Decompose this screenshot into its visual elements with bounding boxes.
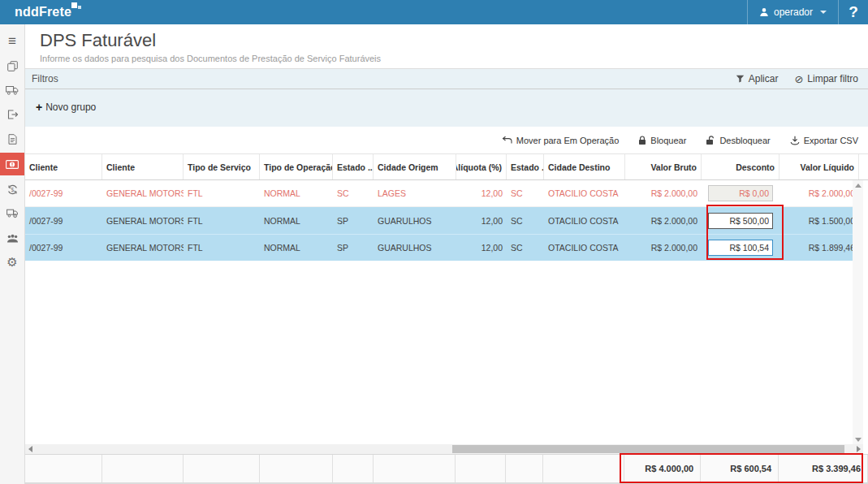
scroll-left-icon[interactable] [25,444,35,454]
clear-filter-button[interactable]: Limpar filtro [794,73,858,85]
cell-estado-destino: SC [507,180,544,206]
cell-cliente: GENERAL MOTORS ... [102,180,184,206]
unblock-button[interactable]: Desbloquear [706,136,770,145]
sidebar-item-users[interactable] [0,226,24,250]
desconto-input-readonly[interactable] [708,185,773,201]
filters-title: Filtros [32,73,58,84]
cell-tipo-operacao: NORMAL [260,180,333,206]
cell-valor-bruto: R$ 2.000,00 [625,235,702,261]
sidebar-item-exit[interactable] [0,102,24,127]
cell-cliente: GENERAL MOTORS ... [102,235,184,261]
total-valor-bruto: R$ 4.000,00 [624,455,701,482]
footer-cell [456,455,506,482]
footer-cell [333,455,374,482]
column-header-estado-origem[interactable]: Estado ... [333,154,374,179]
sidebar-item-menu[interactable] [0,29,24,54]
column-header-aliquota[interactable]: Alíquota (%) [456,154,507,179]
footer-cell [184,455,260,482]
cell-aliquota: 12,00 [456,180,507,206]
nav-sidebar: $ [0,24,25,484]
cell-estado-origem: SP [333,207,374,234]
apply-filter-button[interactable]: Aplicar [736,73,779,85]
sidebar-item-transport[interactable] [0,78,24,102]
table-row[interactable]: /0027-99 GENERAL MOTORS ... FTL NORMAL S… [25,180,859,207]
unlock-icon [706,136,715,145]
footer-cell [25,455,102,482]
horizontal-scrollbar-thumb[interactable] [452,445,844,453]
help-button[interactable]: ? [839,0,868,24]
cell-estado-destino: SC [507,207,544,234]
grid-totals-row: R$ 4.000,00 R$ 600,54 R$ 3.399,46 [25,454,868,482]
page-title: DPS Faturável [40,30,868,51]
total-desconto: R$ 600,54 [701,455,779,482]
scroll-right-icon[interactable] [853,444,863,454]
cell-cliente-code: /0027-99 [25,235,102,261]
user-menu[interactable]: operador [747,0,839,24]
table-row[interactable]: /0027-99 GENERAL MOTORS ... FTL NORMAL S… [25,207,859,234]
cell-estado-origem: SC [333,180,374,206]
sidebar-item-fleet[interactable] [0,201,24,226]
clear-filter-label: Limpar filtro [807,73,858,84]
grid-header-row: Cliente Cliente Tipo de Serviço Tipo de … [25,153,868,180]
cell-cidade-destino: OTACILIO COSTA [544,207,625,234]
desconto-input-focused[interactable] [708,240,773,256]
cell-cliente: GENERAL MOTORS ... [102,207,184,234]
cell-cidade-destino: OTACILIO COSTA [544,235,625,261]
column-header-valor-liquido[interactable]: Valor Líquido [779,154,859,179]
vertical-scrollbar[interactable] [853,180,863,444]
column-header-estado-destino[interactable]: Estado ... [507,154,544,179]
cell-desconto [702,180,779,206]
column-header-cliente[interactable]: Cliente [102,154,184,179]
cell-cidade-destino: OTACILIO COSTA [544,180,625,206]
cell-aliquota: 12,00 [456,207,507,234]
chevron-down-icon [820,11,827,14]
scroll-up-icon[interactable] [853,180,863,190]
new-group-button[interactable]: + Novo grupo [36,101,96,114]
sidebar-item-document[interactable] [0,127,24,151]
user-menu-label: operador [774,6,813,18]
cell-cidade-origem: LAGES [374,180,456,206]
sidebar-item-settings[interactable] [0,250,24,274]
move-to-operation-label: Mover para Em Operação [516,136,620,145]
footer-cell [102,455,184,482]
sidebar-item-dps-faturavel[interactable] [0,153,24,175]
currency-refresh-icon: $ [7,184,18,195]
undo-arrow-icon [502,136,512,145]
cell-desconto [702,207,779,234]
fleet-truck-icon [6,209,19,218]
sidebar-item-documents[interactable] [0,54,24,78]
top-bar: nddFrete operador ? [0,0,868,24]
slash-circle-icon [794,73,803,85]
help-label: ? [849,3,858,21]
svg-text:$: $ [11,187,14,193]
sign-out-icon [7,110,18,119]
export-csv-label: Exportar CSV [804,136,858,145]
desconto-input[interactable] [708,213,773,229]
footer-cell [543,455,624,482]
cell-valor-bruto: R$ 2.000,00 [625,180,702,206]
grid-empty-area [25,261,868,444]
move-to-operation-button[interactable]: Mover para Em Operação [502,136,620,145]
user-icon [759,7,769,17]
footer-cell [260,455,333,482]
cell-tipo-servico: FTL [184,235,260,261]
ndd-pixel-mark-icon [71,2,81,12]
export-csv-button[interactable]: Exportar CSV [790,136,858,145]
total-valor-liquido: R$ 3.399,46 [779,455,868,482]
column-header-cliente-code[interactable]: Cliente [25,154,102,179]
column-header-desconto[interactable]: Desconto [702,154,779,179]
cell-tipo-operacao: NORMAL [260,207,333,234]
scroll-down-icon[interactable] [853,434,863,444]
app-logo-text: nddFrete [15,5,71,19]
column-header-cidade-destino[interactable]: Cidade Destino [544,154,625,179]
column-header-tipo-operacao[interactable]: Tipo de Operação [260,154,333,179]
filters-panel: Filtros Aplicar Limpar filtro + Novo gru… [25,68,868,127]
data-grid: Cliente Cliente Tipo de Serviço Tipo de … [25,153,868,484]
sidebar-item-financial[interactable]: $ [0,177,24,201]
column-header-tipo-servico[interactable]: Tipo de Serviço [184,154,260,179]
column-header-valor-bruto[interactable]: Valor Bruto [625,154,702,179]
block-button[interactable]: Bloquear [638,136,686,145]
column-header-cidade-origem[interactable]: Cidade Origem [374,154,456,179]
horizontal-scrollbar[interactable] [25,444,863,454]
table-row[interactable]: /0027-99 GENERAL MOTORS ... FTL NORMAL S… [25,234,859,261]
